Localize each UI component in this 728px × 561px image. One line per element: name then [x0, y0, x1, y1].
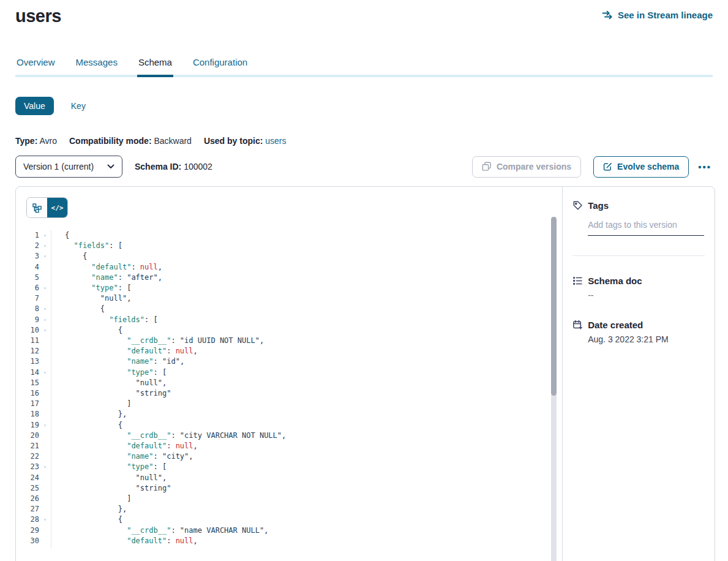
tab-schema[interactable]: Schema [137, 53, 173, 77]
fold-spacer [39, 346, 51, 356]
code-text: "string" [51, 483, 171, 494]
code-text: "default": null, [51, 262, 162, 273]
date-created-value: Aug. 3 2022 3:21 PM [588, 334, 705, 344]
stream-lineage-label: See in Stream lineage [618, 10, 713, 20]
line-number: 14 [16, 367, 39, 378]
line-number: 20 [16, 431, 39, 441]
fold-toggle-icon[interactable]: ▾ [39, 462, 51, 472]
code-text: { [51, 304, 105, 314]
compare-versions-button[interactable]: Compare versions [472, 156, 581, 178]
code-line: 23▾ "type": [ [16, 462, 562, 472]
code-line: 27 }, [16, 504, 562, 514]
code-line: 14▾ "type": [ [16, 367, 562, 378]
code-text: "type": [ [51, 283, 131, 293]
code-view-button[interactable]: </> [47, 198, 67, 217]
fold-toggle-icon[interactable]: ▾ [39, 304, 51, 314]
fold-toggle-icon[interactable]: ▾ [39, 514, 51, 525]
fold-spacer [39, 473, 51, 483]
fold-spacer [39, 451, 51, 462]
code-text: "type": [ [51, 462, 167, 472]
code-text: "default": null, [51, 441, 198, 451]
line-number: 18 [16, 409, 39, 420]
line-number: 16 [16, 388, 39, 399]
stream-lineage-icon [602, 10, 614, 20]
fold-toggle-icon[interactable]: ▾ [39, 325, 51, 336]
fold-toggle-icon[interactable]: ▾ [39, 420, 51, 431]
code-text: "null", [51, 293, 131, 304]
code-line: 3▾ { [16, 251, 562, 262]
code-view-icon: </> [51, 204, 64, 212]
code-line: 17 ] [16, 399, 562, 409]
code-text: { [51, 420, 122, 431]
version-select-value: Version 1 (current) [23, 162, 94, 171]
code-text: "type": [ [51, 367, 167, 378]
line-number: 23 [16, 462, 39, 472]
stream-lineage-link[interactable]: See in Stream lineage [602, 10, 713, 20]
code-line: 4 "default": null, [16, 262, 562, 273]
date-created-section: Date created Aug. 3 2022 3:21 PM [572, 320, 705, 344]
fold-toggle-icon[interactable]: ▾ [39, 230, 51, 241]
tab-overview[interactable]: Overview [15, 53, 56, 77]
schema-id-label: Schema ID: [135, 162, 181, 171]
line-number: 27 [16, 504, 39, 514]
schema-editor: </> 1▾{2▾ "fields": [3▾ {4 "default": nu… [16, 187, 563, 561]
topic-link[interactable]: users [265, 136, 286, 146]
value-toggle-button[interactable]: Value [15, 97, 54, 115]
fold-spacer [39, 546, 51, 548]
line-number: 10 [16, 325, 39, 336]
fold-toggle-icon[interactable]: ▾ [39, 367, 51, 378]
line-number: 5 [16, 273, 39, 283]
schema-id-value: 100002 [184, 162, 212, 171]
code-line: 21 "default": null, [16, 441, 562, 451]
version-select[interactable]: Version 1 (current) [15, 156, 122, 178]
add-tags-input[interactable] [588, 220, 704, 236]
code-line: 9▾ "fields": [ [16, 315, 562, 325]
fold-spacer [39, 483, 51, 494]
sidebar-divider [572, 255, 705, 256]
code-text: "default": null, [51, 346, 198, 356]
evolve-schema-button[interactable]: Evolve schema [593, 156, 689, 178]
tag-icon [572, 200, 583, 211]
line-number: 3 [16, 251, 39, 262]
date-created-header: Date created [572, 320, 705, 330]
schema-doc-header: Schema doc [572, 276, 705, 286]
tree-view-button[interactable] [27, 198, 47, 217]
code-line: 26 ] [16, 494, 562, 504]
fold-toggle-icon[interactable]: ▾ [39, 241, 51, 251]
code-text: { [51, 230, 69, 241]
line-number: 6 [16, 283, 39, 293]
key-toggle-button[interactable]: Key [69, 97, 88, 115]
fold-spacer [39, 441, 51, 451]
tab-messages[interactable]: Messages [75, 53, 119, 77]
code-line: 24 "null", [16, 473, 562, 483]
code-line: 18 }, [16, 409, 562, 420]
type-field: Type: Avro [15, 136, 57, 146]
editor-scrollbar[interactable] [551, 217, 557, 561]
code-line: 22 "name": "city", [16, 451, 562, 462]
code-line: 20 "__crdb__": "city VARCHAR NOT NULL", [16, 431, 562, 441]
type-value: Avro [39, 136, 57, 146]
fold-spacer [39, 388, 51, 399]
fold-toggle-icon[interactable]: ▾ [39, 283, 51, 293]
fold-toggle-icon[interactable]: ▾ [39, 315, 51, 325]
evolve-schema-label: Evolve schema [617, 162, 679, 171]
code-text: "name": "after", [51, 273, 162, 283]
tab-configuration[interactable]: Configuration [192, 53, 249, 77]
code-text: "__crdb__": "city VARCHAR NOT NULL", [51, 431, 286, 441]
code-text: ] [51, 399, 131, 409]
code-line: 10▾ { [16, 325, 562, 336]
tags-section-header: Tags [572, 200, 705, 211]
code-text: "name": "city", [51, 451, 193, 462]
fold-spacer [39, 399, 51, 409]
fold-toggle-icon[interactable]: ▾ [39, 251, 51, 262]
line-number: 13 [16, 356, 39, 367]
compare-versions-label: Compare versions [497, 162, 571, 171]
code-line: 2▾ "fields": [ [16, 241, 562, 251]
code-line: 1▾{ [16, 230, 562, 241]
line-number: 8 [16, 304, 39, 314]
code-line: 8▾ { [16, 304, 562, 314]
schema-code-editor[interactable]: 1▾{2▾ "fields": [3▾ {4 "default": null,5… [16, 220, 562, 548]
scrollbar-thumb[interactable] [551, 217, 557, 396]
more-options-button[interactable]: ••• [697, 159, 713, 175]
fold-spacer [39, 378, 51, 388]
